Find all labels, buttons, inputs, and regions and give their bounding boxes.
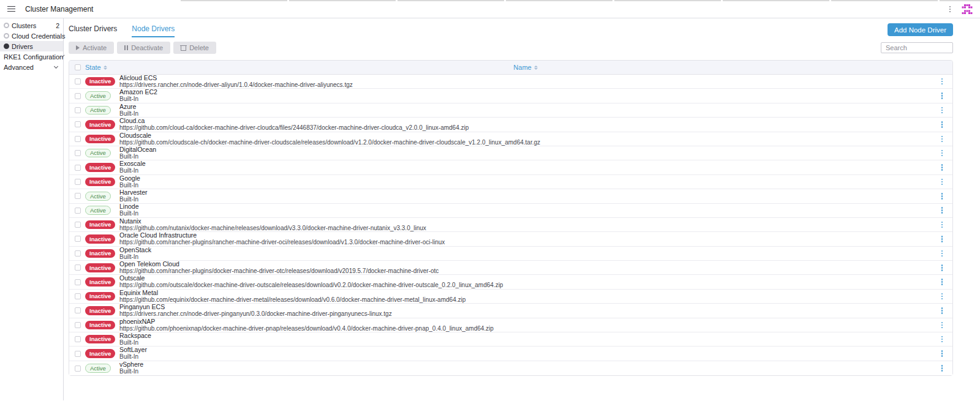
row-checkbox[interactable]: [75, 351, 81, 357]
drivers-icon: [4, 43, 9, 49]
row-actions-kebab-icon[interactable]: [940, 334, 945, 345]
status-badge: Active: [85, 206, 111, 215]
row-actions-kebab-icon[interactable]: [940, 134, 945, 144]
row-checkbox[interactable]: [75, 365, 81, 372]
clusters-icon: [4, 23, 9, 28]
table-row: Inactive Alicloud ECS https://drivers.ra…: [69, 75, 952, 89]
driver-name: phoenixNAP: [119, 318, 932, 325]
driver-detail: https://github.com/rancher-plugins/docke…: [119, 268, 932, 275]
driver-name: Open Telekom Cloud: [119, 261, 932, 268]
status-badge: Inactive: [85, 349, 115, 358]
status-badge: Inactive: [85, 220, 115, 230]
row-checkbox[interactable]: [75, 264, 81, 271]
sidebar-item-cloud-credentials[interactable]: Cloud Credentials: [0, 31, 63, 41]
row-checkbox[interactable]: [75, 279, 81, 285]
column-header-name[interactable]: Name: [513, 64, 537, 71]
row-checkbox[interactable]: [75, 322, 81, 328]
avatar[interactable]: [962, 4, 973, 14]
driver-detail: Built-In: [119, 211, 932, 217]
page-title: Cluster Management: [25, 5, 93, 13]
row-checkbox[interactable]: [75, 307, 81, 313]
delete-button-label: Delete: [189, 44, 209, 51]
activate-button[interactable]: Activate: [69, 42, 114, 54]
deactivate-button[interactable]: Deactivate: [117, 42, 170, 54]
row-actions-kebab-icon[interactable]: [940, 191, 945, 201]
tab-cluster-drivers[interactable]: Cluster Drivers: [69, 24, 117, 37]
header-kebab-menu-icon[interactable]: [948, 5, 952, 13]
row-checkbox[interactable]: [75, 93, 81, 99]
driver-detail: Built-In: [119, 197, 932, 203]
row-actions-kebab-icon[interactable]: [940, 234, 945, 244]
row-actions-kebab-icon[interactable]: [940, 363, 945, 373]
driver-name: Oracle Cloud Infrastructure: [119, 232, 932, 239]
driver-table-body: Inactive Alicloud ECS https://drivers.ra…: [69, 75, 952, 375]
row-checkbox[interactable]: [75, 107, 81, 113]
driver-detail: Built-In: [119, 168, 932, 174]
status-badge: Inactive: [85, 292, 115, 301]
table-row: Inactive Rackspace Built-In: [69, 332, 952, 347]
driver-name: Google: [119, 175, 932, 182]
delete-button[interactable]: Delete: [173, 42, 216, 54]
table-row: Active Linode Built-In: [69, 204, 952, 218]
driver-name: DigitalOcean: [119, 146, 932, 153]
driver-detail: Built-In: [119, 96, 932, 103]
row-checkbox[interactable]: [75, 150, 81, 156]
row-checkbox[interactable]: [75, 78, 81, 84]
column-header-state[interactable]: State: [85, 64, 107, 71]
search-input[interactable]: [881, 42, 953, 53]
cloud-credentials-icon: [4, 33, 9, 39]
state-column-label: State: [85, 64, 101, 71]
sidebar-item-label: Advanced: [4, 64, 34, 71]
row-checkbox[interactable]: [75, 121, 81, 127]
row-checkbox[interactable]: [75, 165, 81, 171]
row-actions-kebab-icon[interactable]: [940, 119, 945, 130]
row-actions-kebab-icon[interactable]: [940, 263, 945, 273]
row-actions-kebab-icon[interactable]: [940, 205, 945, 215]
driver-name: Nutanix: [119, 218, 932, 225]
row-actions-kebab-icon[interactable]: [940, 249, 945, 259]
sidebar-item-drivers[interactable]: Drivers: [0, 41, 63, 51]
sidebar-item-advanced[interactable]: Advanced: [0, 62, 63, 72]
menu-hamburger-icon[interactable]: [7, 6, 15, 12]
row-actions-kebab-icon[interactable]: [940, 320, 945, 331]
sidebar-item-label: Cloud Credentials: [12, 32, 65, 40]
row-actions-kebab-icon[interactable]: [940, 177, 945, 187]
row-checkbox[interactable]: [75, 222, 81, 228]
row-actions-kebab-icon[interactable]: [940, 348, 945, 359]
sidebar-item-label: RKE1 Configuration: [4, 53, 63, 61]
sidebar-item-clusters[interactable]: Clusters 2: [0, 20, 63, 31]
row-actions-kebab-icon[interactable]: [940, 105, 945, 116]
tab-node-drivers[interactable]: Node Drivers: [132, 24, 175, 37]
clusters-count-badge: 2: [56, 22, 59, 29]
row-checkbox[interactable]: [75, 250, 81, 257]
row-checkbox[interactable]: [75, 293, 81, 299]
row-checkbox[interactable]: [75, 193, 81, 199]
main-content: Cluster Drivers Node Drivers Add Node Dr…: [64, 18, 980, 400]
row-actions-kebab-icon[interactable]: [940, 291, 945, 302]
row-actions-kebab-icon[interactable]: [940, 277, 945, 287]
bulk-actions-toolbar: Activate Deactivate Delete: [69, 42, 953, 54]
driver-name: Pinganyun ECS: [119, 304, 932, 310]
row-actions-kebab-icon[interactable]: [940, 220, 945, 230]
table-row: Inactive Cloud.ca https://github.com/clo…: [69, 118, 952, 132]
row-actions-kebab-icon[interactable]: [940, 305, 945, 316]
row-actions-kebab-icon[interactable]: [940, 162, 945, 173]
table-row: Inactive Nutanix https://github.com/nuta…: [69, 218, 952, 232]
table-row: Inactive OpenStack Built-In: [69, 247, 952, 261]
select-all-checkbox[interactable]: [75, 64, 81, 70]
driver-name: Harvester: [119, 189, 932, 196]
add-node-driver-button[interactable]: Add Node Driver: [888, 23, 953, 36]
row-checkbox[interactable]: [75, 179, 81, 185]
status-badge: Active: [85, 149, 111, 158]
driver-name: SoftLayer: [119, 347, 932, 353]
sidebar-item-rke1-configuration[interactable]: RKE1 Configuration: [0, 51, 63, 62]
row-actions-kebab-icon[interactable]: [940, 77, 945, 87]
row-checkbox[interactable]: [75, 236, 81, 242]
driver-detail: https://drivers.rancher.cn/node-driver-p…: [119, 311, 932, 318]
row-checkbox[interactable]: [75, 336, 81, 342]
row-actions-kebab-icon[interactable]: [940, 91, 945, 101]
driver-name: Linode: [119, 203, 932, 210]
row-checkbox[interactable]: [75, 136, 81, 142]
row-actions-kebab-icon[interactable]: [940, 148, 945, 159]
row-checkbox[interactable]: [75, 208, 81, 214]
